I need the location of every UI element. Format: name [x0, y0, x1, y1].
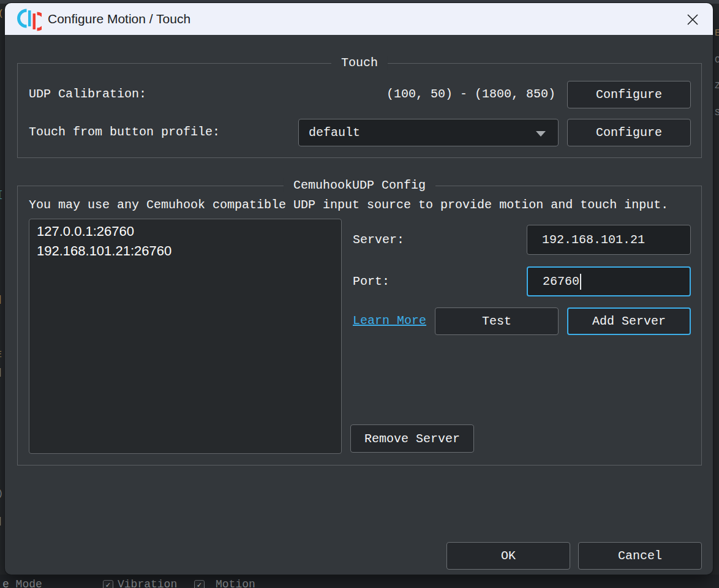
close-button[interactable]: [683, 10, 702, 29]
udp-calibration-value: (100, 50) - (1800, 850): [386, 87, 555, 101]
chevron-down-icon: [536, 131, 546, 137]
left-edge-fragment: ]: [0, 295, 2, 305]
add-server-button[interactable]: Add Server: [567, 307, 691, 335]
test-button[interactable]: Test: [435, 307, 559, 335]
cancel-button[interactable]: Cancel: [578, 542, 702, 570]
dialog-body: Touch UDP Calibration: (100, 50) - (1800…: [5, 35, 713, 575]
left-edge-fragment: [: [0, 190, 3, 200]
right-edge-fragment: E: [715, 28, 719, 39]
vibration-checkbox[interactable]: ✓: [103, 580, 113, 588]
udp-calibration-label: UDP Calibration:: [29, 87, 146, 101]
dialog-title: Configure Motion / Touch: [48, 12, 190, 26]
port-input-value: 26760: [543, 274, 579, 288]
port-input[interactable]: 26760: [527, 266, 691, 296]
touch-group-title: Touch: [331, 56, 388, 70]
learn-more-link[interactable]: Learn More: [353, 314, 426, 328]
check-icon: ✓: [197, 581, 202, 588]
ok-button[interactable]: OK: [446, 542, 570, 570]
cemuhook-udp-group: CemuhookUDP Config You may use any Cemuh…: [17, 186, 702, 466]
right-edge-fragment: S: [715, 108, 719, 118]
touch-profile-dropdown[interactable]: default: [298, 119, 559, 146]
server-list-item[interactable]: 127.0.0.1:26760: [29, 222, 341, 241]
touch-group: Touch UDP Calibration: (100, 50) - (1800…: [17, 63, 702, 158]
touch-profile-label: Touch from button profile:: [29, 125, 220, 139]
motion-checkbox-label: Motion: [216, 578, 255, 588]
port-label: Port:: [353, 274, 390, 288]
touch-profile-configure-button[interactable]: Configure: [567, 119, 691, 146]
close-icon: [685, 12, 701, 28]
motion-checkbox[interactable]: ✓: [194, 580, 205, 588]
check-icon: ✓: [106, 581, 111, 588]
server-input-value: 192.168.101.21: [542, 233, 645, 247]
vibration-checkbox-label: Vibration: [118, 578, 177, 588]
dialog-titlebar: Configure Motion / Touch: [5, 3, 713, 35]
server-input[interactable]: 192.168.101.21: [527, 225, 691, 255]
touch-profile-selected-value: default: [309, 126, 360, 140]
app-logo-icon: [17, 7, 42, 31]
udp-server-list[interactable]: 127.0.0.1:26760 192.168.101.21:26760: [29, 219, 342, 454]
configure-motion-touch-dialog: Configure Motion / Touch Touch UDP Calib…: [5, 3, 713, 575]
left-edge-fragment: (: [0, 9, 4, 19]
left-edge-fragment: ]: [0, 516, 2, 527]
cemuhook-description: You may use any Cemuhook compatible UDP …: [29, 198, 668, 212]
remove-server-button[interactable]: Remove Server: [350, 424, 474, 453]
desktop-screen: ( [ ] E ] ) ] E C Z S e Mode ✓ Vibration…: [0, 0, 719, 588]
server-label: Server:: [353, 233, 404, 247]
left-edge-fragment: ): [0, 489, 3, 499]
left-edge-fragment: ]: [0, 368, 2, 378]
right-edge-fragment: Z: [715, 81, 719, 91]
background-partial-label: e Mode: [2, 578, 42, 588]
server-list-item[interactable]: 192.168.101.21:26760: [29, 241, 341, 261]
left-edge-fragment: E: [0, 350, 2, 360]
text-cursor: [580, 274, 581, 290]
right-edge-fragment: C: [715, 55, 719, 66]
cemuhook-group-title: CemuhookUDP Config: [284, 178, 435, 192]
udp-calibration-configure-button[interactable]: Configure: [567, 81, 691, 108]
